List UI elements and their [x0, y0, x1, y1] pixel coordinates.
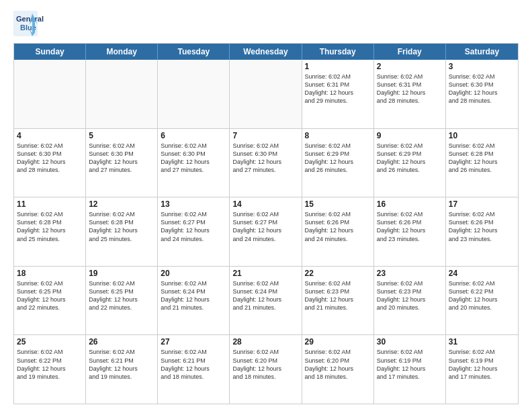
cell-content: Sunrise: 6:02 AM Sunset: 6:24 PM Dayligh…: [161, 279, 226, 312]
cell-day-number: 11: [17, 199, 83, 209]
cell-content: Sunrise: 6:02 AM Sunset: 6:28 PM Dayligh…: [449, 142, 515, 175]
day-name-saturday: Saturday: [446, 44, 518, 60]
cell-content: Sunrise: 6:02 AM Sunset: 6:21 PM Dayligh…: [161, 348, 226, 381]
cell-content: Sunrise: 6:02 AM Sunset: 6:28 PM Dayligh…: [17, 210, 83, 243]
calendar-row-3: 18Sunrise: 6:02 AM Sunset: 6:25 PM Dayli…: [14, 267, 518, 336]
cell-day-number: 29: [305, 337, 371, 347]
calendar-cell: 13Sunrise: 6:02 AM Sunset: 6:27 PM Dayli…: [158, 197, 230, 266]
calendar-cell: 15Sunrise: 6:02 AM Sunset: 6:26 PM Dayli…: [302, 197, 374, 266]
cell-day-number: 3: [449, 62, 515, 71]
cell-day-number: 27: [161, 337, 226, 347]
cell-content: Sunrise: 6:02 AM Sunset: 6:28 PM Dayligh…: [89, 210, 154, 243]
calendar-cell: 22Sunrise: 6:02 AM Sunset: 6:23 PM Dayli…: [302, 267, 374, 335]
day-name-tuesday: Tuesday: [158, 44, 230, 60]
cell-content: Sunrise: 6:02 AM Sunset: 6:26 PM Dayligh…: [449, 210, 515, 243]
calendar-cell: 19Sunrise: 6:02 AM Sunset: 6:25 PM Dayli…: [86, 267, 158, 335]
cell-content: Sunrise: 6:02 AM Sunset: 6:30 PM Dayligh…: [232, 142, 298, 175]
cell-day-number: 24: [449, 269, 515, 278]
calendar-cell: 26Sunrise: 6:02 AM Sunset: 6:21 PM Dayli…: [86, 335, 158, 404]
cell-content: Sunrise: 6:02 AM Sunset: 6:22 PM Dayligh…: [17, 348, 83, 381]
calendar-cell: 14Sunrise: 6:02 AM Sunset: 6:27 PM Dayli…: [230, 197, 302, 266]
calendar-cell: 16Sunrise: 6:02 AM Sunset: 6:26 PM Dayli…: [374, 197, 446, 266]
calendar-cell: 9Sunrise: 6:02 AM Sunset: 6:29 PM Daylig…: [374, 129, 446, 197]
cell-day-number: 23: [377, 269, 443, 278]
cell-day-number: 5: [89, 131, 154, 140]
calendar-cell: [230, 60, 302, 128]
cell-content: Sunrise: 6:02 AM Sunset: 6:29 PM Dayligh…: [305, 142, 371, 175]
calendar-cell: 23Sunrise: 6:02 AM Sunset: 6:23 PM Dayli…: [374, 267, 446, 335]
calendar-body: 1Sunrise: 6:02 AM Sunset: 6:31 PM Daylig…: [14, 60, 518, 404]
cell-day-number: 20: [161, 269, 226, 278]
calendar-cell: 6Sunrise: 6:02 AM Sunset: 6:30 PM Daylig…: [158, 129, 230, 197]
day-name-thursday: Thursday: [302, 44, 374, 60]
day-name-monday: Monday: [86, 44, 158, 60]
cell-day-number: 25: [17, 337, 83, 347]
cell-day-number: 15: [305, 199, 371, 209]
calendar-row-4: 25Sunrise: 6:02 AM Sunset: 6:22 PM Dayli…: [14, 335, 518, 404]
cell-content: Sunrise: 6:02 AM Sunset: 6:26 PM Dayligh…: [377, 210, 443, 243]
cell-content: Sunrise: 6:02 AM Sunset: 6:29 PM Dayligh…: [377, 142, 443, 175]
calendar-cell: 30Sunrise: 6:02 AM Sunset: 6:19 PM Dayli…: [374, 335, 446, 404]
cell-day-number: 6: [161, 131, 226, 140]
cell-day-number: 30: [377, 337, 443, 347]
calendar-cell: 27Sunrise: 6:02 AM Sunset: 6:21 PM Dayli…: [158, 335, 230, 404]
logo-svg: General Blue: [13, 11, 74, 38]
day-name-wednesday: Wednesday: [230, 44, 302, 60]
calendar-cell: 28Sunrise: 6:02 AM Sunset: 6:20 PM Dayli…: [230, 335, 302, 404]
cell-day-number: 16: [377, 199, 443, 209]
cell-content: Sunrise: 6:02 AM Sunset: 6:30 PM Dayligh…: [17, 142, 83, 175]
calendar-cell: 21Sunrise: 6:02 AM Sunset: 6:24 PM Dayli…: [230, 267, 302, 335]
calendar-cell: [14, 60, 86, 128]
cell-day-number: 1: [305, 62, 371, 71]
cell-content: Sunrise: 6:02 AM Sunset: 6:21 PM Dayligh…: [89, 348, 154, 381]
page: General Blue SundayMondayTuesdayWednesda…: [0, 0, 532, 411]
calendar-cell: 17Sunrise: 6:02 AM Sunset: 6:26 PM Dayli…: [446, 197, 518, 266]
calendar-row-2: 11Sunrise: 6:02 AM Sunset: 6:28 PM Dayli…: [14, 197, 518, 267]
calendar-cell: 4Sunrise: 6:02 AM Sunset: 6:30 PM Daylig…: [14, 129, 86, 197]
cell-content: Sunrise: 6:02 AM Sunset: 6:25 PM Dayligh…: [17, 279, 83, 312]
day-name-sunday: Sunday: [14, 44, 86, 60]
cell-day-number: 22: [305, 269, 371, 278]
cell-day-number: 2: [377, 62, 443, 71]
calendar-cell: 29Sunrise: 6:02 AM Sunset: 6:20 PM Dayli…: [302, 335, 374, 404]
calendar-cell: 12Sunrise: 6:02 AM Sunset: 6:28 PM Dayli…: [86, 197, 158, 266]
header: General Blue: [13, 11, 519, 38]
cell-content: Sunrise: 6:02 AM Sunset: 6:22 PM Dayligh…: [449, 279, 515, 312]
calendar-cell: [86, 60, 158, 128]
calendar-header: SundayMondayTuesdayWednesdayThursdayFrid…: [14, 44, 518, 60]
calendar-row-1: 4Sunrise: 6:02 AM Sunset: 6:30 PM Daylig…: [14, 129, 518, 198]
calendar-cell: 11Sunrise: 6:02 AM Sunset: 6:28 PM Dayli…: [14, 197, 86, 266]
cell-day-number: 7: [232, 131, 298, 140]
cell-content: Sunrise: 6:02 AM Sunset: 6:31 PM Dayligh…: [377, 73, 443, 105]
cell-content: Sunrise: 6:02 AM Sunset: 6:30 PM Dayligh…: [161, 142, 226, 175]
calendar-cell: 5Sunrise: 6:02 AM Sunset: 6:30 PM Daylig…: [86, 129, 158, 197]
calendar-cell: 2Sunrise: 6:02 AM Sunset: 6:31 PM Daylig…: [374, 60, 446, 128]
cell-content: Sunrise: 6:02 AM Sunset: 6:20 PM Dayligh…: [232, 348, 298, 381]
cell-day-number: 8: [305, 131, 371, 140]
calendar-cell: [158, 60, 230, 128]
cell-day-number: 31: [449, 337, 515, 347]
cell-day-number: 26: [89, 337, 154, 347]
cell-content: Sunrise: 6:02 AM Sunset: 6:23 PM Dayligh…: [305, 279, 371, 312]
cell-day-number: 12: [89, 199, 154, 209]
cell-day-number: 28: [232, 337, 298, 347]
cell-day-number: 19: [89, 269, 154, 278]
cell-day-number: 14: [232, 199, 298, 209]
cell-content: Sunrise: 6:02 AM Sunset: 6:26 PM Dayligh…: [305, 210, 371, 243]
cell-content: Sunrise: 6:02 AM Sunset: 6:27 PM Dayligh…: [232, 210, 298, 243]
cell-day-number: 10: [449, 131, 515, 140]
cell-content: Sunrise: 6:02 AM Sunset: 6:27 PM Dayligh…: [161, 210, 226, 243]
cell-content: Sunrise: 6:02 AM Sunset: 6:19 PM Dayligh…: [377, 348, 443, 381]
svg-text:General: General: [16, 15, 44, 23]
cell-day-number: 13: [161, 199, 226, 209]
cell-content: Sunrise: 6:02 AM Sunset: 6:30 PM Dayligh…: [89, 142, 154, 175]
calendar-cell: 7Sunrise: 6:02 AM Sunset: 6:30 PM Daylig…: [230, 129, 302, 197]
cell-day-number: 9: [377, 131, 443, 140]
cell-content: Sunrise: 6:02 AM Sunset: 6:20 PM Dayligh…: [305, 348, 371, 381]
cell-day-number: 18: [17, 269, 83, 278]
calendar-cell: 24Sunrise: 6:02 AM Sunset: 6:22 PM Dayli…: [446, 267, 518, 335]
calendar-cell: 18Sunrise: 6:02 AM Sunset: 6:25 PM Dayli…: [14, 267, 86, 335]
calendar-cell: 31Sunrise: 6:02 AM Sunset: 6:19 PM Dayli…: [446, 335, 518, 404]
cell-content: Sunrise: 6:02 AM Sunset: 6:25 PM Dayligh…: [89, 279, 154, 312]
calendar-cell: 3Sunrise: 6:02 AM Sunset: 6:30 PM Daylig…: [446, 60, 518, 128]
